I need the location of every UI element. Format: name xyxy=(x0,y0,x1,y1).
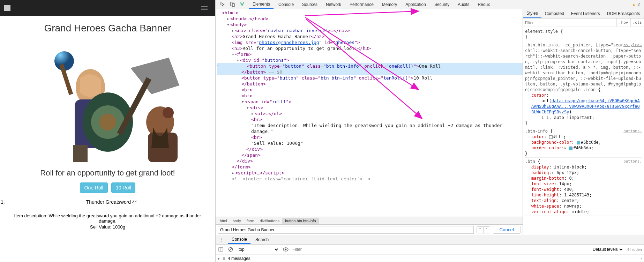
live-expression-icon[interactable] xyxy=(283,246,289,253)
expand-toggle[interactable] xyxy=(227,16,230,22)
node-html[interactable]: <html> xyxy=(222,10,238,15)
expand-toggle[interactable] xyxy=(232,28,235,33)
warnings-badge[interactable]: ▲2 xyxy=(631,2,643,7)
hamburger-button[interactable] xyxy=(198,3,211,13)
elements-tree[interactable]: <html> <head>…</head> <body> <nav class=… xyxy=(216,9,523,217)
console-drawer: ⋮ Console Search top Default levels 4 hi… xyxy=(216,235,644,262)
rendered-page: Grand Heroes Gacha Banner xyxy=(0,0,215,262)
crumb-div-buttons[interactable]: div#buttons xyxy=(257,218,282,224)
tab-sources[interactable]: Sources xyxy=(299,1,321,8)
sidebar-toggle-icon[interactable] xyxy=(218,246,224,253)
expand-toggle[interactable] xyxy=(237,57,240,63)
crumb-html[interactable]: html xyxy=(217,218,230,224)
styles-filter-row: :hov .cls xyxy=(523,18,644,27)
svg-rect-14 xyxy=(219,248,223,251)
console-toolbar: top Default levels 4 hidden xyxy=(216,245,644,254)
message-count: 4 messages xyxy=(228,256,250,261)
devtools-panel: Elements Console Sources Network Perform… xyxy=(215,0,644,262)
tab-redux[interactable]: Redux xyxy=(474,1,494,8)
node-head[interactable]: <head>…</head> xyxy=(230,16,269,21)
drawer-tab-console[interactable]: Console xyxy=(228,235,250,244)
devtools-tab-bar: Elements Console Sources Network Perform… xyxy=(216,0,644,9)
svg-rect-13 xyxy=(232,3,234,7)
context-select[interactable]: top xyxy=(237,247,279,252)
source-link[interactable]: <style>… xyxy=(623,42,642,48)
result-description: Item description: While wielding the gre… xyxy=(0,213,215,224)
breadcrumb: html body form div#buttons button.btn.bt… xyxy=(216,217,523,224)
hero-image xyxy=(22,40,193,162)
result-item-name: Thunder Greatsword 4* xyxy=(86,199,137,205)
button-row: One Roll 10 Roll xyxy=(0,182,215,193)
search-next-icon[interactable]: ˅ xyxy=(483,227,490,233)
bullet-icon: ≡ xyxy=(223,256,225,261)
styles-tab-styles[interactable]: Styles xyxy=(523,9,541,18)
styles-tab-dom-bp[interactable]: DOM Breakpoints xyxy=(604,9,644,18)
expand-toggle[interactable] xyxy=(246,105,250,111)
tab-console[interactable]: Console xyxy=(275,1,297,8)
console-filter-input[interactable] xyxy=(292,247,588,252)
tab-performance[interactable]: Performance xyxy=(346,1,377,8)
color-swatch[interactable] xyxy=(569,147,572,150)
svg-point-6 xyxy=(99,114,116,130)
tab-elements[interactable]: Elements xyxy=(249,0,274,9)
warning-icon: ▲ xyxy=(631,2,636,7)
svg-rect-7 xyxy=(73,145,88,162)
expand-icon[interactable]: ▸ xyxy=(218,256,220,261)
tab-application[interactable]: Application xyxy=(402,1,429,8)
node-body[interactable]: <body> xyxy=(230,22,247,27)
tab-audits[interactable]: Audits xyxy=(454,1,473,8)
tab-network[interactable]: Network xyxy=(322,1,345,8)
expand-toggle[interactable] xyxy=(251,111,255,117)
crumb-body[interactable]: body xyxy=(230,218,244,224)
styles-tab-listeners[interactable]: Event Listeners xyxy=(568,9,604,18)
styles-panel: Styles Computed Event Listeners DOM Brea… xyxy=(523,9,644,235)
svg-line-17 xyxy=(229,248,232,251)
chevron-right-icon[interactable]: › xyxy=(641,256,642,261)
styles-tab-bar: Styles Computed Event Listeners DOM Brea… xyxy=(523,9,644,18)
styles-filter-input[interactable] xyxy=(523,21,616,25)
brand-logo[interactable] xyxy=(4,5,10,11)
svg-point-19 xyxy=(285,248,287,250)
gutter-icon[interactable]: ⋯ xyxy=(216,63,219,69)
svg-point-11 xyxy=(163,107,174,118)
search-bar: ˄ ˅ Cancel xyxy=(216,224,523,235)
cls-toggle[interactable]: .cls xyxy=(630,18,644,27)
hov-toggle[interactable]: :hov xyxy=(616,18,630,27)
search-input[interactable] xyxy=(218,226,474,234)
drawer-tab-search[interactable]: Search xyxy=(252,236,272,244)
search-nav: ˄ ˅ xyxy=(477,226,490,233)
page-title: Grand Heroes Gacha Banner xyxy=(0,23,215,34)
drawer-menu-icon[interactable]: ⋮ xyxy=(217,237,227,242)
expand-toggle[interactable] xyxy=(241,99,245,105)
cancel-button[interactable]: Cancel xyxy=(493,226,521,234)
console-messages-row[interactable]: ▸ ≡ 4 messages › xyxy=(216,254,644,262)
source-link[interactable]: buttons. xyxy=(623,128,642,134)
crumb-form[interactable]: form xyxy=(244,218,257,224)
inspect-icon[interactable] xyxy=(220,2,225,7)
clear-console-icon[interactable] xyxy=(227,246,234,253)
crumb-button[interactable]: button.btn.btn-info xyxy=(282,218,319,224)
styles-tab-computed[interactable]: Computed xyxy=(541,9,568,18)
result-sell-value: Sell Value: 1000g xyxy=(0,224,215,230)
styles-rules[interactable]: element.style {} <style>… .btn.btn-info,… xyxy=(523,27,644,235)
tab-memory[interactable]: Memory xyxy=(379,1,400,8)
search-prev-icon[interactable]: ˄ xyxy=(477,227,483,233)
hero-artwork xyxy=(22,40,193,162)
expand-toggle[interactable] xyxy=(227,22,230,28)
ten-roll-button[interactable]: 10 Roll xyxy=(111,182,136,193)
color-swatch[interactable] xyxy=(577,141,580,144)
source-link[interactable]: buttons. xyxy=(623,159,642,164)
color-swatch[interactable] xyxy=(549,135,553,139)
vue-icon[interactable] xyxy=(239,2,245,7)
hidden-count: 4 hidden xyxy=(627,247,642,252)
roll-result: 1. Thunder Greatsword 4* Item descriptio… xyxy=(0,199,215,230)
selected-node[interactable]: ⋯ <button type="button" class="btn btn-i… xyxy=(217,63,523,69)
levels-select[interactable]: Default levels xyxy=(591,247,624,252)
navbar xyxy=(0,0,215,16)
tab-security[interactable]: Security xyxy=(431,1,453,8)
expand-toggle[interactable] xyxy=(232,170,235,176)
node-form[interactable]: <form> xyxy=(235,52,252,57)
expand-toggle[interactable] xyxy=(232,51,235,57)
device-toggle-icon[interactable] xyxy=(230,2,235,7)
one-roll-button[interactable]: One Roll xyxy=(80,182,108,193)
